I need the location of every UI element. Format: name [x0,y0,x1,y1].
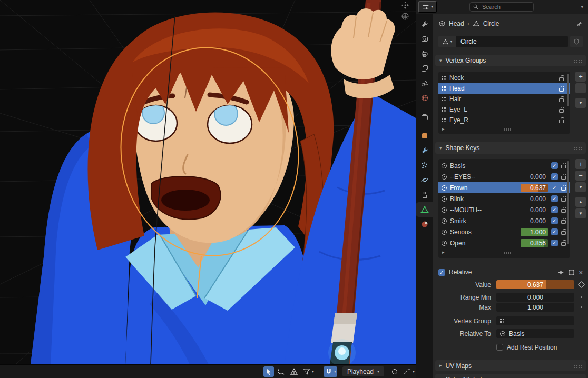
checkbox-checked[interactable] [551,217,558,224]
editor-type-button[interactable]: ▾ [418,1,437,13]
shape-key-row[interactable]: Smirk 0.000 [438,215,570,226]
move-shape-key-down-button[interactable]: ▼ [575,208,586,218]
relative-to-select[interactable]: Basis [496,329,574,338]
snap-magnet-icon[interactable]: ▾ [324,366,337,377]
vertex-group-row[interactable]: Neck [438,73,570,83]
tab-tool[interactable] [416,17,433,32]
shape-key-value[interactable]: 0.000 [521,217,548,225]
shape-key-row[interactable]: --MOUTH-- 0.000 [438,204,570,215]
checkbox-checked[interactable] [551,228,558,235]
vertex-group-select[interactable] [496,316,574,325]
panel-grip-icon[interactable] [574,60,575,61]
add-shape-key-button[interactable]: + [575,159,586,169]
list-scrollbar[interactable] [567,74,569,106]
shape-key-value[interactable]: 0.000 [521,173,548,181]
add-vertex-group-button[interactable]: + [575,72,586,82]
lock-open-icon[interactable] [561,187,566,191]
lock-open-icon[interactable] [561,165,566,168]
shape-key-row[interactable]: Basis [438,160,570,171]
tab-render[interactable] [416,32,433,46]
header-options-icon[interactable]: ▾ [581,4,583,9]
animate-dot-icon[interactable] [581,296,582,298]
remove-shape-key-button[interactable]: − [575,171,586,181]
shape-key-row[interactable]: Open 0.856 [438,237,570,248]
vertex-group-specials-button[interactable]: ▾ [575,98,586,108]
shape-key-value[interactable]: 1.000 [521,228,548,236]
shape-key-value[interactable]: 0.000 [521,206,548,214]
lock-open-icon[interactable] [561,198,566,202]
lock-open-icon[interactable] [561,176,566,180]
snap-target-dropdown[interactable]: Playhead ▾ [342,366,384,376]
data-name-field[interactable] [456,36,568,47]
uv-maps-header[interactable]: ▸ UV Maps [435,360,586,371]
vertex-group-row[interactable]: Eye_L [438,104,570,115]
add-rest-position-checkbox[interactable] [496,344,503,351]
list-resize-grip[interactable] [504,128,505,130]
browse-data-button[interactable]: ▾ [438,36,456,47]
move-gizmo-icon[interactable] [401,1,409,9]
list-scrollbar[interactable] [567,161,569,244]
pin-shape-icon[interactable] [557,269,564,276]
tab-constraints[interactable] [416,187,433,202]
tab-particles[interactable] [416,158,433,173]
keyframe-diamond-icon[interactable] [578,281,585,288]
animate-dot-icon[interactable] [581,306,582,308]
tab-material[interactable] [416,217,433,232]
search-input[interactable] [481,3,531,11]
data-name-input[interactable] [459,37,565,46]
box-select-icon[interactable] [276,366,287,377]
max-field[interactable]: 1.000 [496,303,574,312]
tab-modifiers[interactable] [416,143,433,158]
vertex-groups-header[interactable]: ▾ Vertex Groups [435,55,586,66]
tab-physics[interactable] [416,173,433,187]
shape-key-row[interactable]: Blink 0.000 [438,193,570,204]
lock-open-icon[interactable] [559,109,564,113]
list-resize-grip[interactable] [504,252,505,253]
lock-open-icon[interactable] [561,231,566,235]
breadcrumb-object[interactable]: Head [449,20,464,27]
tab-scene[interactable] [416,76,433,91]
checkbox-checked[interactable] [551,195,558,202]
lock-open-icon[interactable] [559,77,564,81]
select-cursor-icon[interactable] [263,366,274,377]
tab-output[interactable] [416,46,433,61]
lock-open-icon[interactable] [561,220,566,224]
shape-key-row[interactable]: Serious 1.000 [438,226,570,237]
tab-object[interactable] [416,128,433,143]
lock-open-icon[interactable] [561,242,566,246]
remove-vertex-group-button[interactable]: − [575,83,586,93]
3d-viewport[interactable] [0,0,416,364]
shape-key-value[interactable]: 0.856 [521,239,548,247]
checkbox-checked[interactable] [551,173,558,180]
shape-key-specials-button[interactable]: ▾ [575,182,586,192]
breadcrumb-data[interactable]: Circle [483,20,499,27]
checkbox-checked[interactable] [551,184,558,191]
vertex-group-row[interactable]: Eye_R [438,115,570,125]
close-icon[interactable]: × [579,269,583,276]
lock-open-icon[interactable] [561,209,566,213]
vertex-group-row-selected[interactable]: Head [438,83,570,94]
tab-view-layer[interactable] [416,61,433,76]
shape-key-row[interactable]: --EYES-- 0.000 [438,171,570,182]
move-shape-key-up-button[interactable]: ▲ [575,197,586,207]
search-box[interactable] [469,2,534,12]
warning-icon[interactable] [289,366,299,377]
fake-user-button[interactable] [570,36,583,47]
value-slider[interactable]: 0.637 [496,280,574,289]
range-min-field[interactable]: 0.000 [496,293,574,302]
shape-key-row-selected[interactable]: Frown 0.637 [438,182,570,193]
checkbox-checked[interactable] [551,162,558,169]
pin-icon[interactable] [576,21,583,27]
shape-key-value[interactable]: 0.637 [521,184,548,192]
checkbox-checked[interactable] [551,206,558,213]
filter-expand-icon[interactable]: ▸ [442,127,445,132]
color-attributes-header[interactable]: ▸ Color Attributes [435,374,586,378]
filter-icon[interactable]: ▾ [301,366,315,377]
lock-open-icon[interactable] [559,120,564,123]
relative-checkbox[interactable] [438,269,445,276]
tab-collection[interactable] [416,110,433,124]
edit-mode-icon[interactable] [568,269,575,276]
shape-keys-header[interactable]: ▾ Shape Keys [435,142,586,154]
tab-object-data[interactable] [416,202,433,217]
vertex-group-row[interactable]: Hair [438,94,570,104]
